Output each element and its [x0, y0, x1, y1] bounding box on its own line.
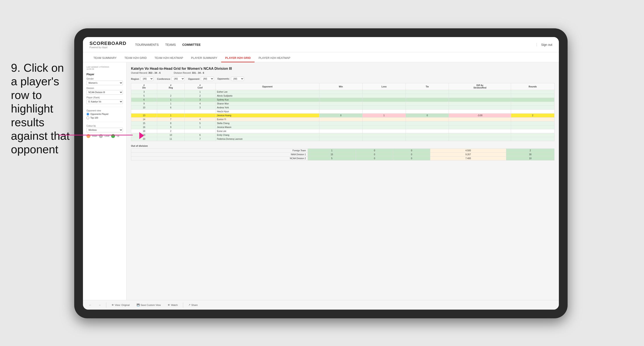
main-data-table: #Div #Reg #Conf Opponent Win Loss Tie Di…: [131, 83, 554, 141]
arrow-line: [58, 135, 133, 135]
tab-player-h2h-grid[interactable]: PLAYER H2H GRID: [221, 54, 254, 62]
table-row[interactable]: 131Jessica Huang010-3.002: [131, 114, 554, 118]
conference-select[interactable]: (All): [172, 77, 185, 81]
tablet-screen: SCOREBOARD Powered by clippd TOURNAMENTS…: [83, 37, 559, 310]
tab-team-h2h-heatmap[interactable]: TEAM H2H HEATMAP: [151, 54, 187, 62]
watch-btn[interactable]: 👁 Watch: [166, 303, 180, 307]
region-select[interactable]: (All): [140, 77, 154, 81]
th-tie: Tie: [406, 83, 449, 90]
region-label: Region: [131, 78, 139, 80]
tab-player-summary[interactable]: PLAYER SUMMARY: [187, 54, 221, 62]
table-row[interactable]: 182Euna Lee: [131, 129, 554, 133]
tab-team-summary[interactable]: TEAM SUMMARY: [90, 54, 120, 62]
table-row[interactable]: 19106Emily Chang: [131, 133, 554, 137]
table-row[interactable]: 1585Stella Cheng: [131, 121, 554, 125]
toolbar-divider-1: [106, 302, 106, 308]
logo-sub: Powered by clippd: [90, 46, 126, 49]
table-row[interactable]: 914Sharon Mun: [131, 102, 554, 106]
radio-opponents-played[interactable]: Opponents Played: [86, 113, 123, 116]
toolbar: ← → 👁 View: Original 💾 Save Custom View …: [83, 300, 559, 310]
tab-team-h2h-grid[interactable]: TEAM H2H GRID: [120, 54, 151, 62]
colour-by-label: Colour by: [86, 125, 123, 127]
opponents-filter-select[interactable]: (All): [231, 77, 244, 81]
sign-out-button[interactable]: Sign out: [536, 43, 552, 46]
sidebar-divider-2: [86, 122, 123, 122]
panel-title: Katelyn Vo Head-to-Head Grid for Women's…: [131, 67, 554, 71]
main-content: Last Updated: 27/03/2024 16:55:28 Player…: [83, 62, 559, 300]
opponent-select[interactable]: (All): [201, 77, 214, 81]
th-opponent: Opponent: [216, 83, 319, 90]
table-row[interactable]: 31Esther Lee: [131, 90, 554, 94]
table-row[interactable]: 20117Federica Domecq Lacroze: [131, 137, 554, 141]
nav-tournaments[interactable]: TOURNAMENTS: [135, 42, 159, 47]
table-row[interactable]: Foreign Team1004.5002: [131, 149, 554, 153]
sidebar-timestamp: Last Updated: 27/03/2024 16:55:28: [86, 66, 123, 70]
arrow-head: [139, 132, 144, 139]
opponent-view-options: Opponents Played Top 100: [86, 113, 123, 119]
sub-nav: TEAM SUMMARY TEAM H2H GRID TEAM H2H HEAT…: [83, 52, 559, 62]
th-win: Win: [319, 83, 362, 90]
filter-row: Region (All) Conference (All) Opponent: [131, 77, 554, 81]
gender-label: Gender: [86, 78, 123, 80]
logo: SCOREBOARD Powered by clippd: [90, 40, 126, 49]
table-row[interactable]: 1063Andrea York: [131, 106, 554, 110]
gender-select[interactable]: Women's: [86, 81, 123, 85]
player-rank-select[interactable]: 8. Katelyn Vo: [86, 99, 123, 104]
opponent-label: Opponent: [188, 78, 200, 80]
sidebar: Last Updated: 27/03/2024 16:55:28 Player…: [83, 62, 126, 300]
filter-opponent: Opponent (All): [188, 77, 214, 81]
view-original-btn[interactable]: 👁 View: Original: [110, 303, 132, 307]
out-of-division-table: Foreign Team1004.5002NAIA Division 11500…: [131, 149, 554, 161]
instruction-text: 9. Click on a player's row to highlight …: [11, 61, 72, 156]
table-row[interactable]: NCAA Division 25007.40010: [131, 157, 554, 161]
overall-record: Overall Record: 353 - 34 - 6: [131, 71, 161, 74]
conference-label: Conference: [157, 78, 170, 80]
th-rounds: Rounds: [511, 83, 554, 90]
table-header-row: #Div #Reg #Conf Opponent Win Loss Tie Di…: [131, 83, 554, 90]
division-select[interactable]: NCAA Division III: [86, 90, 123, 95]
arrow-annotation: [58, 129, 144, 142]
save-custom-btn[interactable]: 💾 Save Custom View: [135, 303, 163, 307]
logo-main: SCOREBOARD: [90, 40, 126, 46]
table-row[interactable]: 613Sydney Kuo: [131, 98, 554, 102]
opponents-label-section: Opponents: (All): [218, 77, 244, 81]
th-loss: Loss: [362, 83, 406, 90]
th-reg: #Reg: [157, 83, 184, 90]
th-diff: Diff AvStrokes/Rnd: [449, 83, 511, 90]
table-row[interactable]: 522Alexis Sudjianto: [131, 94, 554, 98]
nav-committee[interactable]: COMMITTEE: [182, 42, 200, 47]
toolbar-divider-2: [183, 302, 183, 308]
table-row[interactable]: 1474Eunice Yi: [131, 118, 554, 121]
th-conf: #Conf: [185, 83, 216, 90]
radio-top100[interactable]: Top 100: [86, 116, 123, 119]
share-btn[interactable]: ↗ Share: [187, 303, 199, 307]
content-panel: Katelyn Vo Head-to-Head Grid for Women's…: [126, 62, 559, 300]
filter-region: Region (All): [131, 77, 154, 81]
tablet-frame: SCOREBOARD Powered by clippd TOURNAMENTS…: [74, 28, 568, 318]
sidebar-player-title: Player: [86, 73, 123, 76]
nav-links: TOURNAMENTS TEAMS COMMITTEE: [135, 42, 536, 47]
nav-teams[interactable]: TEAMS: [165, 42, 176, 47]
out-of-division-label: Out of division: [131, 145, 554, 147]
undo-btn[interactable]: ←: [87, 303, 93, 307]
table-row[interactable]: HeeJo Hyun: [131, 110, 554, 114]
records-row: Overall Record: 353 - 34 - 6 Division Re…: [131, 71, 554, 74]
filter-conference: Conference (All): [157, 77, 185, 81]
table-row[interactable]: NAIA Division 115009.26730: [131, 153, 554, 157]
sidebar-divider-1: [86, 107, 123, 107]
tab-player-h2h-heatmap[interactable]: PLAYER H2H HEATMAP: [254, 54, 294, 62]
opponent-view-label: Opponent view: [86, 109, 123, 112]
table-row[interactable]: 1691Jessica Mason: [131, 125, 554, 129]
nav-bar: SCOREBOARD Powered by clippd TOURNAMENTS…: [83, 37, 559, 52]
division-label: Division: [86, 87, 123, 89]
division-record: Division Record: 331 - 34 - 6: [174, 71, 204, 74]
th-div: #Div: [131, 83, 157, 90]
redo-btn[interactable]: →: [97, 303, 102, 307]
opponents-label: Opponents:: [218, 78, 230, 80]
player-rank-label: Player (Rank): [86, 96, 123, 99]
